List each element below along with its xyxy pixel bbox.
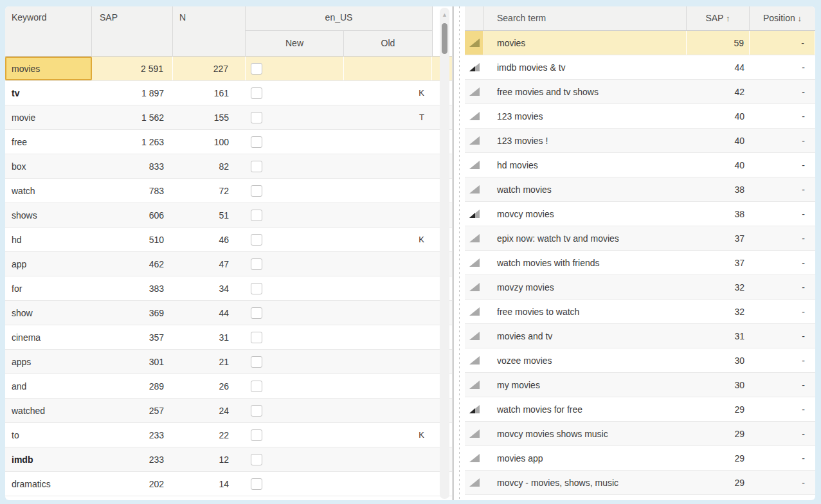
search-term-cell[interactable]: watch movies with friends [484,251,687,274]
search-term-column-header[interactable]: Search term [484,6,687,30]
keyword-cell[interactable]: dramatics [5,472,92,496]
search-term-row[interactable]: 123 movies ! 40 - [465,129,815,153]
keyword-row[interactable]: apps 301 21 [5,350,452,374]
keyword-cell[interactable]: for [5,276,92,300]
search-term-cell[interactable]: movcy movies [484,202,687,226]
keyword-cell[interactable]: to [5,423,92,447]
keyword-row[interactable]: movies 2 591 227 [5,57,452,81]
keyword-cell[interactable]: tv [5,81,92,105]
keyword-row[interactable]: cinema 357 31 [5,325,452,350]
search-term-cell[interactable]: watch movies for free [484,397,687,421]
new-checkbox[interactable] [251,234,262,246]
keyword-row[interactable]: box 833 82 [5,154,452,179]
old-column-header[interactable]: Old [344,31,432,56]
new-checkbox[interactable] [251,136,262,148]
search-term-cell[interactable]: imdb movies & tv [484,55,687,79]
search-term-cell[interactable]: movies and tv [484,324,687,348]
keyword-row[interactable]: for 383 34 [5,276,452,301]
keyword-cell[interactable]: apps [5,350,92,374]
n-column-header[interactable]: N [173,6,246,56]
keyword-row[interactable]: watch 783 72 [5,179,452,203]
keyword-cell[interactable]: imdb [5,447,92,471]
keyword-row[interactable]: shows 606 51 [5,203,452,228]
search-term-row[interactable]: movzy movies 32 - [465,275,815,300]
search-term-cell[interactable]: my movies [484,373,687,397]
keyword-cell[interactable]: and [5,374,92,398]
search-term-row[interactable]: watch movies for free 29 - [465,397,815,422]
new-checkbox[interactable] [251,405,262,417]
vertical-scrollbar[interactable]: ▲ [440,8,449,499]
keyword-cell[interactable]: app [5,252,92,276]
keyword-row[interactable]: hd 510 46 K [5,228,452,252]
search-term-row[interactable]: movcy movies shows music 29 - [465,422,815,446]
new-checkbox[interactable] [251,454,262,465]
new-checkbox[interactable] [251,307,262,319]
keyword-row[interactable]: movie 1 562 155 T [5,105,452,130]
search-term-row[interactable]: movies and tv 31 - [465,324,815,348]
keyword-cell[interactable]: box [5,154,92,178]
keyword-cell[interactable]: watched [5,399,92,422]
search-term-cell[interactable]: movcy - movies, shows, music [484,471,687,494]
search-term-cell[interactable]: vozee movies [484,348,687,372]
search-term-cell[interactable]: free movies to watch [484,300,687,323]
search-term-row[interactable]: imdb movies & tv 44 - [465,55,815,80]
keyword-cell[interactable]: watch [5,179,92,203]
keyword-column-header[interactable]: Keyword [5,6,92,56]
search-term-row[interactable]: movcy - movies, shows, music 29 - [465,471,815,495]
new-checkbox[interactable] [251,356,262,368]
panel-splitter[interactable] [452,6,465,500]
search-term-cell[interactable]: watch movies [484,177,687,201]
new-checkbox[interactable] [251,210,262,221]
search-term-row[interactable]: movcy movies 38 - [465,202,815,226]
search-term-row[interactable]: free movies to watch 32 - [465,300,815,324]
search-term-row[interactable]: hd movies 40 - [465,153,815,177]
search-term-row[interactable]: free movies and tv shows 42 - [465,80,815,104]
sort-ascending-icon[interactable]: ↑ [726,14,730,23]
search-term-cell[interactable]: movcy movies shows music [484,422,687,446]
scrollbar-thumb[interactable] [442,23,447,54]
new-checkbox[interactable] [251,185,262,197]
search-term-row[interactable]: my movies 30 - [465,373,815,397]
keyword-row[interactable]: tv 1 897 161 K [5,81,452,105]
keyword-row[interactable]: dramatics 202 14 [5,472,452,496]
new-checkbox[interactable] [251,332,262,343]
sap-column-header[interactable]: SAP [92,6,173,56]
position-sort-column-header[interactable]: Position ↓ [750,6,815,30]
search-term-row[interactable]: watch movies with friends 37 - [465,251,815,275]
search-term-cell[interactable]: hd movies [484,153,687,177]
search-term-cell[interactable]: 123 movies ! [484,129,687,152]
keyword-row[interactable]: app 462 47 [5,252,452,276]
keyword-cell[interactable]: hd [5,228,92,251]
keyword-row[interactable]: imdb 233 12 [5,447,452,472]
search-term-cell[interactable]: free movies and tv shows [484,80,687,104]
keyword-row[interactable]: free 1 263 100 [5,130,452,154]
keyword-row[interactable]: and 289 26 [5,374,452,399]
search-term-row[interactable]: epix now: watch tv and movies 37 - [465,226,815,251]
new-checkbox[interactable] [251,87,262,99]
new-checkbox[interactable] [251,161,262,172]
scroll-up-icon[interactable]: ▲ [440,12,449,18]
keyword-cell[interactable]: cinema [5,325,92,349]
search-term-cell[interactable]: movies app [484,446,687,470]
new-checkbox[interactable] [251,381,262,392]
new-column-header[interactable]: New [246,31,344,56]
keyword-cell[interactable]: free [5,130,92,154]
locale-group-header[interactable]: en_US [246,6,432,31]
keyword-row[interactable]: to 233 22 K [5,423,452,447]
keyword-cell[interactable]: shows [5,203,92,227]
keyword-cell[interactable]: show [5,301,92,325]
keyword-row[interactable]: watched 257 24 [5,399,452,423]
search-term-row[interactable]: vozee movies 30 - [465,348,815,373]
search-term-row[interactable]: movies app 29 - [465,446,815,471]
new-checkbox[interactable] [251,258,262,270]
new-checkbox[interactable] [251,112,262,123]
search-term-cell[interactable]: movzy movies [484,275,687,299]
new-checkbox[interactable] [251,429,262,441]
search-term-row[interactable]: movies 59 - [465,31,815,55]
new-checkbox[interactable] [251,478,262,490]
search-term-row[interactable]: watch movies 38 - [465,177,815,202]
sap-sort-column-header[interactable]: SAP ↑ [687,6,750,30]
search-term-row[interactable]: 123 movies 40 - [465,104,815,129]
search-term-cell[interactable]: movies [484,31,687,55]
new-checkbox[interactable] [251,63,262,75]
